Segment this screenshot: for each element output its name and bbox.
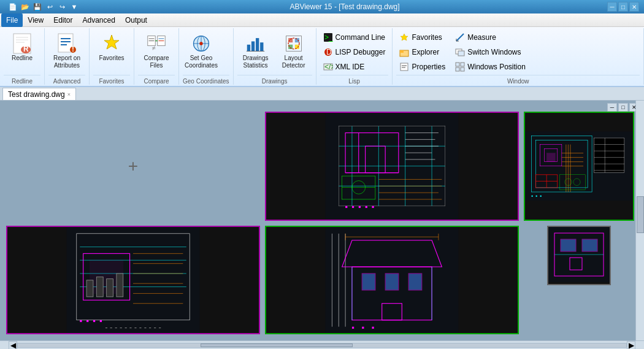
document-tab[interactable]: Test drawing.dwg × (2, 88, 76, 100)
favorites-btn[interactable]: Favorites (93, 31, 130, 65)
menu-advanced[interactable]: Advanced (78, 13, 120, 27)
svg-rect-137 (93, 320, 95, 321)
scroll-track[interactable] (17, 343, 627, 348)
ribbon-group-label-redline: Redline (4, 75, 40, 85)
qa-new-btn[interactable]: 📄 (7, 1, 18, 12)
menubar: File View Editor Advanced Output (0, 13, 644, 27)
lisp-debugger-icon: D (323, 47, 333, 57)
xml-ide-icon: </> (323, 62, 333, 72)
ribbon-group-compare: ≠ Compare Files Compare (134, 28, 179, 85)
svg-rect-86 (366, 206, 367, 208)
maximize-btn[interactable]: □ (618, 2, 628, 12)
ribbon-group-label-window: Window (396, 75, 640, 85)
svg-text:>_: >_ (324, 33, 333, 42)
drawing-2 (524, 112, 634, 221)
compare-files-label: Compare Files (140, 55, 173, 69)
measure-label: Measure (467, 33, 496, 42)
minimize-btn[interactable]: ─ (607, 2, 617, 12)
canvas-maximize-btn[interactable]: □ (618, 103, 628, 112)
explorer-icon (399, 47, 409, 57)
svg-rect-28 (256, 38, 259, 51)
switch-windows-btn[interactable]: Switch Windows (452, 45, 529, 59)
measure-icon (455, 33, 465, 42)
svg-rect-156 (362, 326, 364, 328)
windows-position-btn[interactable]: Windows Position (452, 60, 529, 74)
ribbon-group-label-favorites: Favorites (93, 75, 130, 85)
drawing-3-svg: - - - - - - - - - - - - (7, 227, 259, 334)
quick-access-toolbar: 📄 📂 💾 ↩ ↪ ▼ (5, 1, 82, 12)
horizontal-scrollbar: ◀ ▶ (0, 340, 644, 349)
canvas-minimize-btn[interactable]: ─ (607, 103, 617, 112)
properties-btn[interactable]: Properties (396, 60, 448, 74)
canvas-area: ─ □ ✕ (0, 101, 644, 340)
svg-rect-148 (408, 273, 422, 290)
svg-rect-93 (546, 153, 555, 162)
qa-redo-btn[interactable]: ↪ (56, 1, 67, 12)
set-geo-coordinates-btn[interactable]: Set Geo Coordinates (183, 31, 220, 72)
close-btn[interactable]: ✕ (629, 2, 639, 12)
drawing-4 (265, 226, 519, 335)
svg-rect-53 (458, 51, 464, 56)
window-title: ABViewer 15 - [Test drawing.dwg] (82, 2, 607, 11)
svg-point-25 (199, 42, 202, 45)
menu-editor[interactable]: Editor (48, 13, 77, 27)
ribbon-group-lisp: >_ Command Line D LISP Debugger </> XML … (316, 28, 393, 85)
lisp-debugger-btn[interactable]: D LISP Debugger (320, 45, 389, 59)
svg-rect-147 (385, 273, 399, 290)
svg-marker-43 (401, 34, 408, 40)
document-tab-close[interactable]: × (67, 91, 71, 98)
layout-detector-btn[interactable]: Layout Detector (275, 31, 312, 72)
measure-btn[interactable]: Measure (452, 31, 529, 44)
svg-rect-45 (400, 50, 404, 53)
lisp-buttons: >_ Command Line D LISP Debugger </> XML … (320, 31, 389, 74)
ribbon-group-label-lisp: Lisp (320, 75, 389, 85)
drawing-1-svg (266, 113, 518, 220)
geo-coordinates-label: Set Geo Coordinates (185, 55, 218, 69)
ribbon-group-favorites: Favorites Favorites (90, 28, 134, 85)
compare-files-icon: ≠ (147, 34, 166, 53)
switch-windows-label: Switch Windows (467, 48, 521, 56)
drawings-statistics-btn[interactable]: Drawings Statistics (237, 31, 274, 72)
svg-rect-84 (352, 206, 354, 208)
svg-rect-125 (86, 280, 93, 296)
windows-position-icon (455, 62, 465, 72)
favorites2-btn[interactable]: Favorites (396, 31, 448, 44)
xml-ide-label: XML IDE (335, 63, 365, 71)
favorites2-label: Favorites (412, 33, 442, 42)
report-on-attributes-btn[interactable]: ! Report on Attributes (48, 31, 85, 72)
svg-text:!: ! (72, 45, 74, 53)
switch-windows-icon (455, 47, 465, 57)
qa-undo-btn[interactable]: ↩ (44, 1, 55, 12)
svg-text:≠: ≠ (152, 44, 156, 52)
redline-btn[interactable]: R Redline (4, 31, 40, 65)
vertical-scrollbar[interactable] (635, 101, 644, 340)
explorer-btn[interactable]: Explorer (396, 45, 448, 59)
svg-rect-55 (461, 63, 464, 66)
redline-btn-label: Redline (12, 55, 33, 62)
scrollbar-thumb[interactable] (637, 196, 644, 233)
svg-text:- - - - - - - - - - - -: - - - - - - - - - - - - (105, 323, 161, 332)
svg-rect-136 (86, 320, 88, 321)
menu-view[interactable]: View (23, 13, 48, 27)
menu-output[interactable]: Output (120, 13, 152, 27)
scroll-right-btn[interactable]: ▶ (627, 341, 635, 350)
drawing-4-svg (266, 227, 518, 334)
redline-icon: R (12, 34, 32, 53)
menu-file[interactable]: File (1, 13, 23, 27)
report-attributes-label: Report on Attributes (50, 55, 83, 69)
scroll-left-btn[interactable]: ◀ (9, 341, 17, 350)
compare-files-btn[interactable]: ≠ Compare Files (138, 31, 175, 72)
ribbon-group-geo: Set Geo Coordinates Geo Coordinates (179, 28, 234, 85)
xml-ide-btn[interactable]: </> XML IDE (320, 60, 389, 74)
qa-save-btn[interactable]: 💾 (32, 1, 43, 12)
ribbon-group-window: Favorites Explorer Properties (393, 28, 644, 85)
svg-rect-146 (362, 273, 375, 290)
drawing-5 (547, 226, 611, 285)
titlebar: 📄 📂 💾 ↩ ↪ ▼ ABViewer 15 - [Test drawing.… (0, 0, 644, 13)
command-line-btn[interactable]: >_ Command Line (320, 31, 389, 44)
qa-customize-btn[interactable]: ▼ (69, 1, 80, 12)
svg-rect-127 (107, 278, 113, 296)
qa-open-btn[interactable]: 📂 (20, 1, 31, 12)
scroll-thumb-h[interactable] (201, 343, 353, 347)
svg-rect-56 (456, 67, 459, 71)
